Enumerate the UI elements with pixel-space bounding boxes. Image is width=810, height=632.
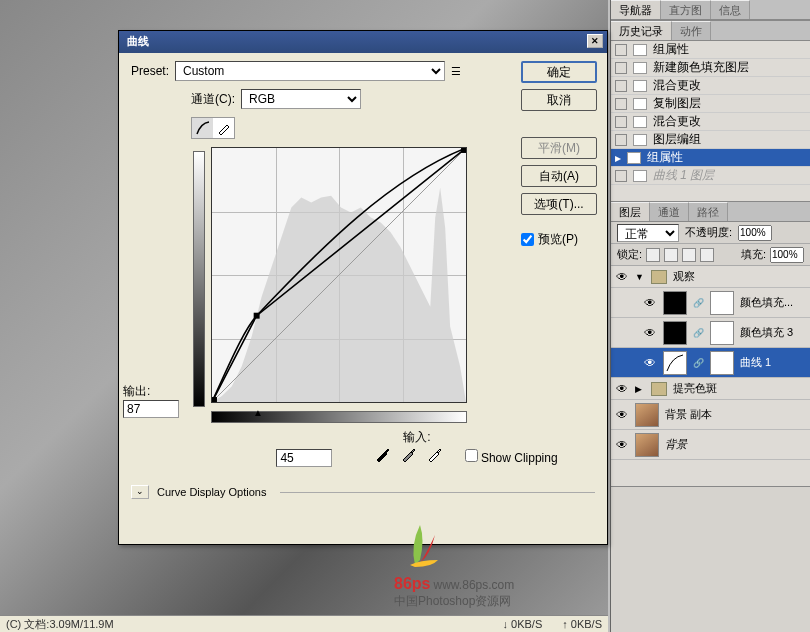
visibility-toggle-icon[interactable]: 👁 xyxy=(615,438,629,452)
link-icon: 🔗 xyxy=(693,358,704,368)
right-panel-area: 导航器 直方图 信息 历史记录 动作 组属性 新建颜色填充图层 混合更改 复制图… xyxy=(610,0,810,632)
lock-transparency-icon[interactable] xyxy=(646,248,660,262)
expand-arrow-icon[interactable]: ▶ xyxy=(635,384,645,394)
link-icon: 🔗 xyxy=(693,328,704,338)
visibility-toggle-icon[interactable]: 👁 xyxy=(643,326,657,340)
input-gradient xyxy=(211,411,467,423)
channel-select[interactable]: RGB xyxy=(241,89,361,109)
history-item[interactable]: 复制图层 xyxy=(611,95,810,113)
lock-row: 锁定: 填充: xyxy=(611,244,810,266)
history-label: 组属性 xyxy=(647,149,683,166)
status-bar: (C) 文档:3.09M/11.9M ↓ 0KB/S ↑ 0KB/S xyxy=(0,615,608,632)
tab-histogram[interactable]: 直方图 xyxy=(661,0,711,19)
tab-navigator[interactable]: 导航器 xyxy=(611,0,661,19)
expand-options-button[interactable]: ⌄ xyxy=(131,485,149,499)
cancel-button[interactable]: 取消 xyxy=(521,89,597,111)
tab-channels[interactable]: 通道 xyxy=(650,202,689,221)
layer-item[interactable]: 👁 背景 副本 xyxy=(611,400,810,430)
curve-pencil-tool-icon[interactable] xyxy=(213,118,234,138)
ok-button[interactable]: 确定 xyxy=(521,61,597,83)
lock-pixels-icon[interactable] xyxy=(664,248,678,262)
lock-label: 锁定: xyxy=(617,247,642,262)
tab-paths[interactable]: 路径 xyxy=(689,202,728,221)
tab-layers[interactable]: 图层 xyxy=(611,202,650,221)
navigator-tabs: 导航器 直方图 信息 xyxy=(611,0,810,20)
layer-item[interactable]: 👁 🔗 颜色填充... xyxy=(611,288,810,318)
auto-button[interactable]: 自动(A) xyxy=(521,165,597,187)
history-label: 图层编组 xyxy=(653,131,701,148)
curve-point-tool-icon[interactable] xyxy=(192,118,213,138)
layer-group[interactable]: 👁 ▶ 提亮色斑 xyxy=(611,378,810,400)
history-item[interactable]: 混合更改 xyxy=(611,77,810,95)
fill-field[interactable] xyxy=(770,247,804,263)
history-label: 曲线 1 图层 xyxy=(653,167,714,184)
layer-thumbnail[interactable] xyxy=(663,321,687,345)
lock-all-icon[interactable] xyxy=(700,248,714,262)
visibility-toggle-icon[interactable]: 👁 xyxy=(615,382,629,396)
layer-name: 颜色填充... xyxy=(740,295,793,310)
history-item[interactable]: 图层编组 xyxy=(611,131,810,149)
visibility-toggle-icon[interactable]: 👁 xyxy=(615,270,629,284)
svg-rect-1 xyxy=(254,313,260,319)
layer-thumbnail[interactable] xyxy=(635,433,659,457)
layers-tabs: 图层 通道 路径 xyxy=(611,202,810,222)
opacity-label: 不透明度: xyxy=(685,225,732,240)
history-label: 组属性 xyxy=(653,41,689,58)
svg-rect-3 xyxy=(461,148,466,153)
history-item[interactable]: 新建颜色填充图层 xyxy=(611,59,810,77)
tab-history[interactable]: 历史记录 xyxy=(611,21,672,40)
layer-name: 颜色填充 3 xyxy=(740,325,793,340)
smooth-button[interactable]: 平滑(M) xyxy=(521,137,597,159)
layer-name: 观察 xyxy=(673,269,695,284)
tab-info[interactable]: 信息 xyxy=(711,0,750,19)
history-item-future[interactable]: 曲线 1 图层 xyxy=(611,167,810,185)
close-button[interactable]: ✕ xyxy=(587,34,603,48)
output-gradient xyxy=(193,151,205,407)
options-button[interactable]: 选项(T)... xyxy=(521,193,597,215)
lock-position-icon[interactable] xyxy=(682,248,696,262)
visibility-toggle-icon[interactable]: 👁 xyxy=(615,408,629,422)
layer-group[interactable]: 👁 ▼ 观察 xyxy=(611,266,810,288)
layer-blend-row: 正常 不透明度: xyxy=(611,222,810,244)
visibility-toggle-icon[interactable]: 👁 xyxy=(643,296,657,310)
output-field[interactable] xyxy=(123,400,179,418)
layer-thumbnail[interactable] xyxy=(635,403,659,427)
svg-rect-2 xyxy=(212,397,217,402)
history-item[interactable]: 组属性 xyxy=(611,41,810,59)
output-label: 输出: xyxy=(123,383,179,400)
dialog-titlebar[interactable]: 曲线 ✕ xyxy=(119,31,607,53)
opacity-field[interactable] xyxy=(738,225,772,241)
layers-list[interactable]: 👁 ▼ 观察 👁 🔗 颜色填充... 👁 🔗 颜色填充 3 👁 xyxy=(611,266,810,486)
mask-thumbnail[interactable] xyxy=(710,291,734,315)
gray-point-eyedropper-icon[interactable] xyxy=(401,446,417,462)
history-item-selected[interactable]: ▸组属性 xyxy=(611,149,810,167)
mask-thumbnail[interactable] xyxy=(710,351,734,375)
visibility-toggle-icon[interactable]: 👁 xyxy=(643,356,657,370)
layer-item[interactable]: 👁 🔗 颜色填充 3 xyxy=(611,318,810,348)
history-item[interactable]: 混合更改 xyxy=(611,113,810,131)
curves-graph[interactable] xyxy=(211,147,467,403)
blend-mode-select[interactable]: 正常 xyxy=(617,224,679,242)
status-doc-size: (C) 文档:3.09M/11.9M xyxy=(6,617,114,632)
layer-item-selected[interactable]: 👁 🔗 曲线 1 xyxy=(611,348,810,378)
layer-name: 曲线 1 xyxy=(740,355,771,370)
tab-actions[interactable]: 动作 xyxy=(672,21,711,40)
input-field[interactable] xyxy=(276,449,332,467)
preview-checkbox[interactable]: 预览(P) xyxy=(521,231,597,248)
expand-arrow-icon[interactable]: ▼ xyxy=(635,272,645,282)
mask-thumbnail[interactable] xyxy=(710,321,734,345)
preset-select[interactable]: Custom xyxy=(175,61,445,81)
preset-menu-icon[interactable]: ☰ xyxy=(451,65,461,78)
black-point-eyedropper-icon[interactable] xyxy=(375,446,391,462)
history-label: 混合更改 xyxy=(653,113,701,130)
curves-thumbnail[interactable] xyxy=(663,351,687,375)
layer-thumbnail[interactable] xyxy=(663,291,687,315)
history-list[interactable]: 组属性 新建颜色填充图层 混合更改 复制图层 混合更改 图层编组 ▸组属性 曲线… xyxy=(611,41,810,201)
folder-icon xyxy=(651,270,667,284)
white-point-eyedropper-icon[interactable] xyxy=(427,446,443,462)
curve-display-options-label: Curve Display Options xyxy=(157,486,266,498)
layer-item[interactable]: 👁 背景 xyxy=(611,430,810,460)
svg-line-0 xyxy=(212,148,466,402)
show-clipping-checkbox[interactable]: Show Clipping xyxy=(465,451,558,465)
layer-name: 提亮色斑 xyxy=(673,381,717,396)
